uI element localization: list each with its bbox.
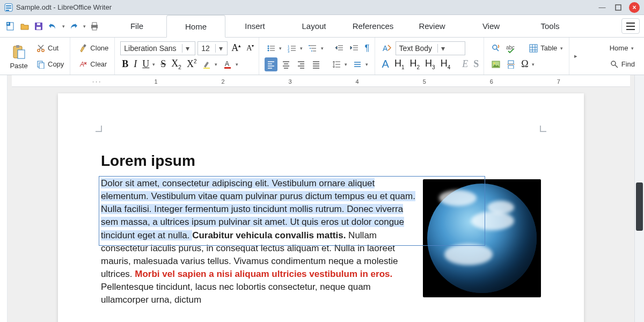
cut-button[interactable]: Cut: [33, 41, 67, 55]
clear-format-icon: A: [78, 60, 88, 69]
strikethrough-button[interactable]: S: [159, 57, 167, 71]
hamburger-menu[interactable]: [621, 18, 640, 34]
find-button[interactable]: Find: [607, 57, 638, 71]
find-replace-button[interactable]: [489, 41, 502, 55]
align-center-icon: [281, 60, 291, 69]
heading4-button[interactable]: H4: [439, 57, 452, 71]
heading1-button[interactable]: H1: [393, 57, 406, 71]
svg-rect-8: [36, 27, 41, 30]
svg-point-27: [268, 49, 269, 51]
undo-icon[interactable]: [47, 21, 58, 32]
align-justify-button[interactable]: [310, 57, 323, 71]
document-viewport[interactable]: · · · 1 2 3 4 5 6 7 Lorem ipsum: [8, 75, 634, 322]
spellcheck-button[interactable]: abc: [504, 41, 517, 55]
svg-rect-14: [16, 45, 19, 48]
svg-point-31: [309, 45, 310, 46]
tab-review[interactable]: Review: [402, 15, 462, 37]
image-icon: [491, 60, 501, 69]
insert-table-button[interactable]: Table▾: [526, 41, 566, 55]
svg-rect-37: [530, 45, 537, 52]
find-label: Find: [621, 60, 635, 68]
font-name-value: Liberation Sans: [124, 44, 176, 53]
selection-outline: [99, 176, 485, 246]
italic-button[interactable]: I: [132, 57, 138, 71]
tab-view[interactable]: View: [462, 15, 521, 37]
side-tab-select[interactable]: Home▾: [607, 41, 638, 55]
font-size-select[interactable]: 12 ▾: [197, 41, 228, 55]
redo-dropdown[interactable]: ▾: [83, 24, 86, 29]
superscript-button[interactable]: X2: [185, 57, 199, 71]
svg-point-32: [310, 48, 311, 49]
vertical-scrollbar[interactable]: [634, 75, 644, 322]
bullet-list-button[interactable]: ▾: [265, 41, 283, 55]
clipboard-group: Paste Cut Copy: [3, 38, 70, 75]
window-title: Sample.odt - LibreOffice Writer: [16, 3, 112, 11]
bold-button[interactable]: B: [120, 57, 130, 71]
tab-insert[interactable]: Insert: [225, 15, 284, 37]
align-center-button[interactable]: [280, 57, 292, 71]
tab-references[interactable]: References: [343, 15, 402, 37]
heading3-button[interactable]: H3: [423, 57, 437, 71]
insert-image-button[interactable]: [489, 57, 502, 71]
paragraph-style-select[interactable]: Text Body ▾: [396, 41, 465, 55]
number-list-button[interactable]: 123▾: [286, 41, 304, 55]
formatting-marks-button[interactable]: ¶: [363, 41, 371, 55]
line-spacing-button[interactable]: ▾: [330, 57, 349, 71]
font-name-select[interactable]: Liberation Sans ▾: [120, 41, 195, 55]
shrink-font-button[interactable]: A▾: [245, 41, 255, 55]
emphasis-button[interactable]: E: [460, 57, 470, 71]
format-painter-group: Clone A Clear: [72, 38, 115, 75]
paste-label: Paste: [10, 62, 27, 70]
increase-indent-button[interactable]: [333, 41, 346, 55]
font-group: Liberation Sans ▾ 12 ▾ A▴ A▾ B I U▾ S X2…: [117, 38, 259, 75]
copy-button[interactable]: Copy: [33, 57, 67, 71]
margin-marker-tr: [540, 126, 546, 132]
subscript-button[interactable]: X2: [170, 57, 183, 71]
highlight-color-button[interactable]: ▾: [200, 57, 219, 71]
svg-rect-19: [39, 63, 44, 69]
menu-tabs: File Home Insert Layout References Revie…: [107, 15, 617, 37]
clone-format-button[interactable]: Clone: [76, 41, 111, 55]
tab-file[interactable]: File: [107, 15, 166, 37]
new-doc-icon[interactable]: [5, 21, 16, 32]
clear-format-button[interactable]: A Clear: [76, 57, 111, 71]
horizontal-ruler[interactable]: · · · 1 2 3 4 5 6 7: [12, 75, 630, 87]
tab-layout[interactable]: Layout: [284, 15, 343, 37]
save-icon[interactable]: [33, 21, 44, 32]
insert-symbol-button[interactable]: Ω▾: [519, 57, 536, 71]
svg-rect-11: [92, 23, 97, 25]
default-style-button[interactable]: A: [380, 57, 391, 71]
minimize-button[interactable]: —: [597, 2, 608, 13]
insert-pagebreak-button[interactable]: [504, 57, 517, 71]
paragraph-spacing-button[interactable]: ▾: [351, 57, 370, 71]
open-icon[interactable]: [19, 21, 30, 32]
tab-home[interactable]: Home: [166, 15, 225, 38]
redo-icon[interactable]: [68, 21, 79, 32]
svg-rect-1: [6, 5, 11, 6]
scrollbar-thumb[interactable]: [636, 182, 643, 231]
print-icon[interactable]: [89, 21, 100, 32]
strong-button[interactable]: S: [472, 57, 480, 71]
ribbon-toolbar: Paste Cut Copy Clone A Clear: [0, 38, 644, 75]
document-heading[interactable]: Lorem ipsum: [101, 152, 541, 170]
insert-group: abc Table▾ Ω▾: [486, 38, 569, 75]
tab-tools[interactable]: Tools: [521, 15, 580, 37]
styles-button[interactable]: A: [380, 41, 393, 55]
align-left-icon: [266, 60, 276, 69]
heading2-button[interactable]: H2: [408, 57, 422, 71]
underline-button[interactable]: U▾: [141, 57, 157, 71]
ruler-tick: 7: [557, 78, 560, 85]
maximize-button[interactable]: [613, 2, 624, 13]
document-page[interactable]: Lorem ipsum Dolor sit amet, consectetur …: [58, 93, 584, 322]
indent-icon: [334, 43, 344, 53]
grow-font-button[interactable]: A▴: [230, 41, 243, 55]
close-button[interactable]: ×: [629, 2, 640, 13]
font-color-button[interactable]: A▾: [221, 57, 240, 71]
ribbon-overflow[interactable]: ▸: [572, 53, 580, 60]
align-right-button[interactable]: [295, 57, 308, 71]
align-left-button[interactable]: [265, 57, 277, 71]
decrease-indent-button[interactable]: [348, 41, 361, 55]
paste-button[interactable]: Paste: [6, 40, 31, 72]
outline-list-button[interactable]: ▾: [306, 41, 325, 55]
undo-dropdown[interactable]: ▾: [62, 24, 65, 29]
